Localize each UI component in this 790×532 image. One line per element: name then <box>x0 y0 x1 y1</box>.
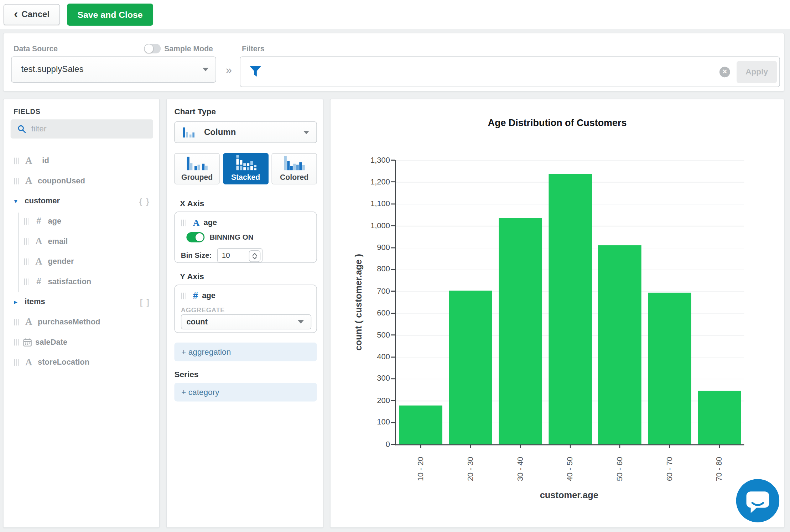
drag-handle[interactable] <box>24 218 29 224</box>
filter-input[interactable]: ✕ Apply <box>240 56 780 87</box>
drag-handle[interactable] <box>181 292 186 299</box>
field-row-saleDate[interactable]: saleDate <box>4 332 159 352</box>
y-axis-field: age <box>202 291 215 300</box>
x-axis-card: A age BINNING ON Bin Size: 10 <box>174 212 317 263</box>
aggregate-label: AGGREGATE <box>181 306 225 314</box>
field-row-items[interactable]: ▸items[ ] <box>4 292 159 312</box>
drag-handle[interactable] <box>24 238 29 244</box>
field-row-customer[interactable]: ▾customer{ } <box>4 191 159 211</box>
bin-size-label: Bin Size: <box>181 251 212 260</box>
toggle-knob <box>195 233 204 242</box>
y-axis-label: Y Axis <box>180 272 204 281</box>
apply-button[interactable]: Apply <box>737 61 777 83</box>
clear-filter-icon[interactable]: ✕ <box>719 67 730 77</box>
x-axis-label: X Axis <box>180 199 204 208</box>
y-tick-mark <box>391 334 395 335</box>
string-type-icon: A <box>33 256 44 267</box>
bin-size-input[interactable]: 10 <box>217 248 263 262</box>
x-axis-title: customer.age <box>395 490 743 501</box>
filter-funnel-icon <box>249 66 261 78</box>
y-tick-mark <box>391 313 395 314</box>
chevron-down-icon <box>303 130 310 134</box>
drag-handle[interactable] <box>14 339 19 345</box>
bar-60-70[interactable] <box>648 292 691 444</box>
y-tick-mark <box>391 378 395 379</box>
add-aggregation-button[interactable]: + aggregation <box>174 343 317 361</box>
field-row-couponUsed[interactable]: AcouponUsed <box>4 171 159 191</box>
y-tick-label: 1,100 <box>331 199 390 208</box>
bar-70-80[interactable] <box>698 391 741 444</box>
drag-handle[interactable] <box>14 359 19 365</box>
y-tick-mark <box>391 225 395 226</box>
drag-handle[interactable] <box>14 157 19 164</box>
save-and-close-button[interactable]: Save and Close <box>67 4 153 26</box>
aggregate-value: count <box>186 317 208 326</box>
chevron-down-icon[interactable]: ▾ <box>14 197 20 205</box>
tree-guide-line <box>18 213 19 292</box>
bar-30-40[interactable] <box>499 218 542 444</box>
fields-panel: FIELDS A_idAcouponUsed▾customer{ }#ageAe… <box>3 99 160 528</box>
y-tick-label: 1,000 <box>331 221 390 230</box>
variant-grouped-button[interactable]: Grouped <box>174 153 219 184</box>
chart-type-select[interactable]: Column <box>174 121 317 143</box>
intercom-chat-button[interactable] <box>736 479 780 522</box>
y-tick-mark <box>391 182 395 183</box>
y-tick-mark <box>391 160 395 161</box>
field-row-_id[interactable]: A_id <box>4 151 159 171</box>
bin-size-value: 10 <box>218 251 230 260</box>
x-tick-mark <box>669 444 670 448</box>
sample-mode-toggle[interactable] <box>144 44 161 53</box>
chart-plot-area: 01002003004005006007008009001,0001,1001,… <box>395 160 744 445</box>
stepper-icon[interactable] <box>249 250 261 262</box>
bar-50-60[interactable] <box>598 245 641 444</box>
grouped-bars-icon <box>186 155 209 173</box>
chat-bubble-icon <box>736 479 780 522</box>
x-axis-field: age <box>203 218 217 227</box>
chevron-left-icon: ‹ <box>14 7 18 20</box>
string-type-icon: A <box>23 175 34 186</box>
x-tick-label: 70 - 80 <box>714 452 724 485</box>
y-tick-mark <box>391 444 395 445</box>
drag-handle[interactable] <box>14 178 19 184</box>
chevron-right-icon[interactable]: ▸ <box>14 298 20 306</box>
bar-40-50[interactable] <box>549 173 592 444</box>
field-row-email[interactable]: Aemail <box>4 231 159 251</box>
field-row-storeLocation[interactable]: AstoreLocation <box>4 352 159 372</box>
field-row-age[interactable]: #age <box>4 211 159 231</box>
field-row-satisfaction[interactable]: #satisfaction <box>4 271 159 292</box>
aggregate-select[interactable]: count <box>181 314 311 329</box>
y-tick-mark <box>391 291 395 292</box>
variant-stacked-button[interactable]: Stacked <box>223 153 268 184</box>
field-row-purchaseMethod[interactable]: ApurchaseMethod <box>4 312 159 332</box>
double-chevron-icon: » <box>226 63 232 77</box>
drag-handle[interactable] <box>14 319 19 325</box>
y-tick-mark <box>391 203 395 204</box>
bar-20-30[interactable] <box>449 291 492 444</box>
string-type-icon: A <box>33 236 44 247</box>
drag-handle[interactable] <box>181 219 186 226</box>
datasource-value: test.supplySales <box>21 64 83 74</box>
y-axis-card: # age AGGREGATE count <box>174 285 317 333</box>
stacked-bars-icon <box>234 154 257 173</box>
toggle-knob <box>144 44 154 53</box>
y-tick-label: 100 <box>331 418 390 427</box>
datasource-select[interactable]: test.supplySales <box>11 56 216 83</box>
y-tick-mark <box>391 422 395 423</box>
add-category-button[interactable]: + category <box>174 383 317 401</box>
field-filter-input[interactable] <box>30 124 133 134</box>
drag-handle[interactable] <box>24 258 29 265</box>
colored-bars-icon <box>283 155 306 173</box>
binning-toggle[interactable] <box>186 232 204 242</box>
chart-type-value: Column <box>204 127 236 137</box>
field-search-box[interactable] <box>11 119 153 139</box>
bar-10-20[interactable] <box>399 405 443 444</box>
variant-colored-button[interactable]: Colored <box>271 153 317 184</box>
drag-handle[interactable] <box>24 278 29 285</box>
cancel-label: Cancel <box>21 10 50 20</box>
datasource-bar: Data Source test.supplySales Sample Mode… <box>3 33 784 92</box>
chevron-down-icon <box>298 320 304 324</box>
string-type-icon: A <box>23 356 34 367</box>
field-row-gender[interactable]: Agender <box>4 251 159 272</box>
cancel-button[interactable]: ‹Cancel <box>4 4 60 25</box>
filters-label: Filters <box>242 44 265 53</box>
